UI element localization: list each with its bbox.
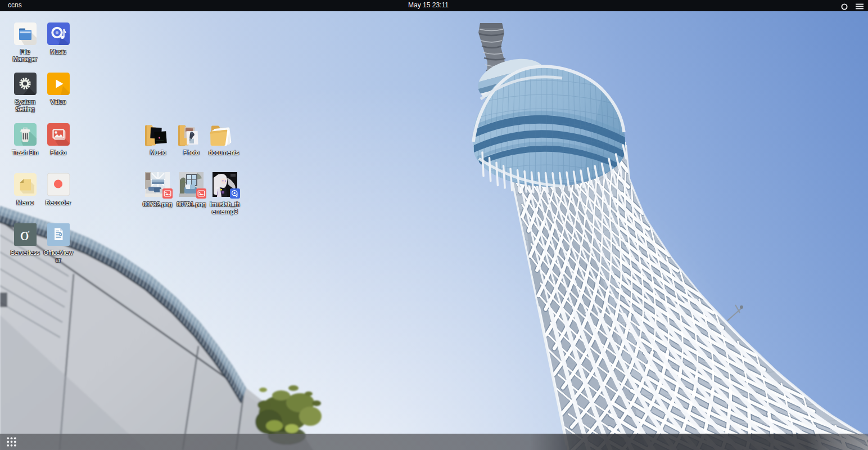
svg-text:σ: σ <box>20 224 29 244</box>
